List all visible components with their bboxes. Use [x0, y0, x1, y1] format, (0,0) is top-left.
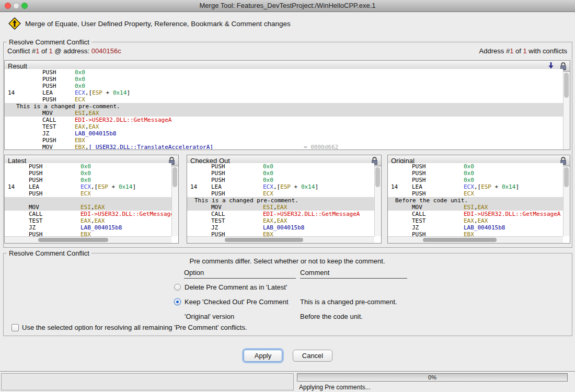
listing-row[interactable]: JZLAB_004015b8	[5, 224, 171, 231]
comment-column-header: Comment	[300, 269, 407, 279]
status-message-area	[1, 373, 294, 390]
apply-to-all-checkbox-label[interactable]: Use the selected option for resolving al…	[22, 324, 247, 331]
listing-row[interactable]: PUSHEBX	[388, 231, 563, 236]
listing-row[interactable]: 14LEAECX,[ESP + 0x14]	[388, 183, 563, 190]
statusbar-divider-highlight	[0, 372, 575, 372]
latest-panel: Latest PUSH0x0PUSH0x0PUSH0x014LEAECX,[ES…	[4, 155, 179, 244]
result-vertical-scrollbar[interactable]	[563, 72, 570, 149]
listing-row[interactable]: PUSHEBX	[5, 231, 171, 236]
conflict-counter: Conflict #1 of 1 @ address: 0040156c	[7, 47, 121, 55]
latest-horizontal-scrollbar[interactable]	[5, 236, 171, 243]
listing-row[interactable]: CALLEDI->USER32.DLL::GetMessageA	[388, 211, 563, 217]
listing-row[interactable]: TESTEAX,EAX	[5, 123, 563, 130]
merge-phase-title: Merge of Equate, User Defined Property, …	[25, 20, 291, 28]
listing-row[interactable]: PUSH0x0	[187, 163, 374, 170]
listing-row[interactable]: MOVESI,EAX	[5, 110, 563, 117]
scrollbar-thumb[interactable]	[375, 167, 380, 187]
scrollbar-thumb[interactable]	[423, 238, 497, 242]
delete-latest-radio-label[interactable]: Delete Pre Comment as in 'Latest'	[185, 283, 287, 291]
result-panel: Result PUSH0x0PUSH0x0PUSH0x014LEAECX,[ES…	[4, 60, 570, 150]
merge-icon	[8, 17, 21, 30]
listing-row[interactable]: MOVESI,EAX	[388, 204, 563, 211]
progress-status-text: Applying Pre comments...	[299, 384, 371, 391]
apply-to-all-checkbox[interactable]	[12, 324, 19, 331]
scrollbar-thumb[interactable]	[564, 73, 569, 98]
checked-out-listing[interactable]: PUSH0x0PUSH0x0PUSH0x014LEAECX,[ESP + 0x1…	[187, 163, 374, 236]
listing-row[interactable]: Before the code unit.	[388, 197, 563, 204]
listing-row[interactable]: CALLEDI->USER32.DLL::GetMessageA	[5, 211, 171, 217]
listing-row[interactable]: MOVEBX,[ USER32.DLL::TranslateAccelerato…	[5, 144, 563, 149]
listing-row[interactable]: JZLAB_004015b8	[388, 224, 563, 231]
listing-row[interactable]: PUSH0x0	[388, 170, 563, 177]
listing-row[interactable]: PUSH0x0	[187, 177, 374, 183]
latest-listing[interactable]: PUSH0x0PUSH0x0PUSH0x014LEAECX,[ESP + 0x1…	[5, 163, 171, 236]
listing-row[interactable]: CALLEDI->USER32.DLL::GetMessageA	[5, 117, 563, 123]
listing-row[interactable]: PUSH0x0	[388, 163, 563, 170]
latest-vertical-scrollbar[interactable]	[171, 166, 178, 236]
listing-row[interactable]: TESTEAX,EAX	[388, 217, 563, 224]
listing-row[interactable]: MOVESI,EAX	[5, 204, 171, 211]
listing-row[interactable]: PUSH0x0	[5, 83, 563, 89]
option-column-header: Option	[184, 269, 296, 279]
original-version-label: 'Original' version	[185, 313, 234, 320]
original-listing[interactable]: PUSH0x0PUSH0x0PUSH0x014LEAECX,[ESP + 0x1…	[388, 163, 563, 236]
original-comment-value: Before the code unit.	[300, 313, 363, 320]
keep-checked-out-radio-label[interactable]: Keep 'Checked Out' Pre Comment	[185, 298, 289, 306]
resolve-groupbox-label: Resolve Comment Conflict	[7, 249, 91, 257]
listing-row[interactable]: PUSH0x0	[5, 177, 171, 183]
listing-row[interactable]: 14LEAECX,[ESP + 0x14]	[5, 183, 171, 190]
listing-row[interactable]: PUSHECX	[187, 190, 374, 197]
delete-latest-radio[interactable]	[174, 284, 181, 291]
scrollbar-thumb[interactable]	[172, 167, 177, 187]
listing-row[interactable]: This is a changed pre-comment.	[187, 197, 374, 204]
listing-row[interactable]: CALLEDI->USER32.DLL::GetMessageA	[187, 211, 374, 217]
listing-row[interactable]	[5, 197, 171, 204]
conflict-groupbox-label: Resolve Comment Conflict	[7, 38, 91, 46]
result-listing[interactable]: PUSH0x0PUSH0x0PUSH0x014LEAECX,[ESP + 0x1…	[5, 69, 563, 149]
listing-row[interactable]: This is a changed pre-comment.	[5, 103, 563, 110]
checked-out-vertical-scrollbar[interactable]	[374, 166, 381, 236]
listing-row[interactable]: MOVESI,EAX	[187, 204, 374, 211]
listing-row[interactable]: PUSHECX	[388, 190, 563, 197]
listing-row[interactable]: JZLAB_004015b8	[5, 130, 563, 137]
listing-row[interactable]: PUSH0x0	[5, 163, 171, 170]
scrollbar-thumb[interactable]	[38, 238, 108, 242]
conflict-instruction: Pre comments differ. Select whether or n…	[3, 257, 571, 265]
listing-row[interactable]: TESTEAX,EAX	[187, 217, 374, 224]
listing-row[interactable]: PUSHEBX	[187, 231, 374, 236]
listing-row[interactable]: TESTEAX,EAX	[5, 217, 171, 224]
original-horizontal-scrollbar[interactable]	[388, 236, 563, 243]
checked-out-horizontal-scrollbar[interactable]	[187, 236, 374, 243]
scrollbar-thumb[interactable]	[225, 238, 303, 242]
listing-row[interactable]: PUSHECX	[5, 190, 171, 197]
listing-row[interactable]: PUSH0x0	[388, 177, 563, 183]
listing-row[interactable]: PUSH0x0	[5, 76, 563, 83]
apply-button[interactable]: Apply	[244, 350, 282, 362]
window-titlebar: Merge Tool: Features_DevTestProject:/Win…	[0, 0, 575, 12]
listing-row[interactable]: PUSHEBX	[5, 137, 563, 144]
listing-row[interactable]: 14LEAECX,[ESP + 0x14]	[5, 89, 563, 96]
keep-checked-out-radio[interactable]	[174, 298, 181, 305]
listing-row[interactable]: PUSHECX	[5, 96, 563, 103]
listing-row[interactable]: JZLAB_004015b8	[187, 224, 374, 231]
cancel-button[interactable]: Cancel	[293, 350, 332, 362]
checked-out-comment-value: This is a changed pre-comment.	[300, 298, 397, 306]
listing-row[interactable]: 14LEAECX,[ESP + 0x14]	[187, 183, 374, 190]
progress-bar: 0%	[297, 373, 568, 382]
window-title: Merge Tool: Features_DevTestProject:/Win…	[0, 0, 575, 11]
scrollbar-thumb[interactable]	[564, 167, 569, 187]
original-vertical-scrollbar[interactable]	[563, 166, 570, 236]
address-counter: Address #1 of 1 with conflicts	[479, 47, 567, 55]
original-panel: Original PUSH0x0PUSH0x0PUSH0x014LEAECX,[…	[387, 155, 570, 244]
checked-out-panel: Checked Out PUSH0x0PUSH0x0PUSH0x014LEAEC…	[187, 155, 382, 244]
listing-row[interactable]: PUSH0x0	[187, 170, 374, 177]
listing-row[interactable]: PUSH0x0	[5, 170, 171, 177]
listing-row[interactable]: PUSH0x0	[5, 69, 563, 76]
